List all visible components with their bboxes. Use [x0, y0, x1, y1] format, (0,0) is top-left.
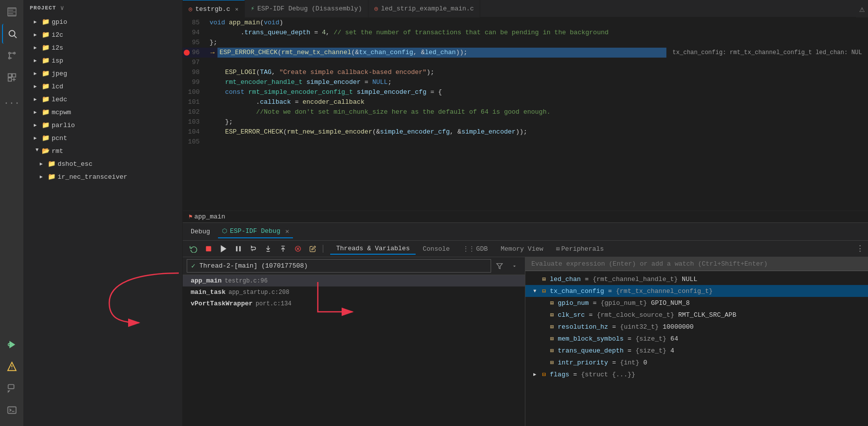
sidebar-item-jpeg[interactable]: ▶ 📁 jpeg	[24, 68, 182, 80]
step-out-button[interactable]	[276, 243, 290, 255]
debug-toolbar: Threads & Variables Console ⋮⋮ GDB Memor…	[183, 241, 868, 257]
activity-chat[interactable]	[2, 378, 22, 398]
pause-debug-button[interactable]	[231, 243, 245, 255]
tab-peripherals[interactable]: ⊞ Peripherals	[550, 243, 610, 255]
sidebar-item-dshot-esc[interactable]: ▶ 📁 dshot_esc	[24, 158, 182, 171]
svg-point-4	[13, 52, 15, 54]
sidebar-item-mcpwm[interactable]: ▶ 📁 mcpwm	[24, 106, 182, 119]
variables-list: ⊞ led_chan = {rmt_channel_handle_t} NULL…	[525, 271, 868, 426]
sidebar-item-rmt[interactable]: ▶ 📂 rmt	[24, 145, 182, 158]
tab-console[interactable]: Console	[417, 243, 456, 255]
variables-panel: ⊞ led_chan = {rmt_channel_handle_t} NULL…	[525, 257, 868, 426]
tab-led-strip[interactable]: ◎ led_strip_example_main.c	[368, 0, 480, 18]
code-line-95: 95 };	[183, 38, 868, 48]
step-over-button[interactable]	[246, 243, 260, 255]
tab-esp-idf-debug[interactable]: ⚡ ESP-IDF Debug (Disassembly)	[245, 0, 368, 18]
step-into-button[interactable]	[261, 243, 275, 255]
tab-gdb[interactable]: ⋮⋮ GDB	[457, 243, 494, 255]
code-lines: 85 void app_main(void) 94 .trans_queue_d…	[183, 18, 868, 211]
var-value-gpio-num: GPIO_NUM_8	[651, 299, 690, 307]
watch-expression-input[interactable]	[525, 257, 868, 271]
var-item-mem-block-symbols[interactable]: ⊞ mem_block_symbols = {size_t} 64	[525, 333, 868, 345]
tab-threads-variables[interactable]: Threads & Variables	[330, 243, 416, 255]
sidebar-item-parlio[interactable]: ▶ 📁 parlio	[24, 119, 182, 132]
code-line-98: 98 ESP_LOGI(TAG, "Create simple callback…	[183, 68, 868, 77]
code-line-101: 101 .callback = encoder_callback	[183, 97, 868, 107]
activity-extensions[interactable]	[2, 68, 22, 87]
var-item-resolution-hz[interactable]: ⊞ resolution_hz = {uint32_t} 10000000	[525, 321, 868, 333]
tab-bar: ◎ testrgb.c ✕ ⚡ ESP-IDF Debug (Disassemb…	[183, 0, 868, 18]
activity-warning[interactable]	[2, 356, 22, 376]
var-icon-intr-priority: ⊞	[550, 359, 554, 366]
thread-check-icon: ✓	[191, 262, 195, 270]
debug-session-tab[interactable]: ⬡ ESP-IDF Debug ✕	[218, 225, 293, 238]
activity-run-debug[interactable]	[2, 335, 22, 355]
svg-line-2	[14, 36, 16, 38]
sidebar-item-i2s[interactable]: ▶ 📁 i2s	[24, 42, 182, 55]
stop-debug-button[interactable]	[202, 243, 216, 255]
tab-testrgb[interactable]: ◎ testrgb.c ✕	[183, 0, 245, 18]
inline-hint: tx_chan_config: rmt_tx_channel_config_t …	[666, 48, 868, 58]
activity-source-control[interactable]	[2, 46, 22, 66]
breadcrumb-function[interactable]: app_main	[194, 213, 225, 220]
var-item-flags[interactable]: ▶ ⊟ flags = {struct {...}}	[525, 368, 868, 380]
var-value-led-chan: NULL	[682, 276, 697, 283]
svg-marker-15	[221, 246, 225, 252]
thread-filter-button[interactable]	[493, 260, 506, 273]
sidebar-item-ir-nec[interactable]: ▶ 📁 ir_nec_transceiver	[24, 171, 182, 184]
svg-rect-16	[236, 246, 237, 252]
activity-explorer[interactable]	[2, 2, 22, 22]
var-item-intr-priority[interactable]: ⊞ intr_priority = {int} 0	[525, 356, 868, 368]
var-icon-tx-chan-config: ⊟	[542, 287, 546, 295]
code-line-99: 99 rmt_encoder_handle_t simple_encoder =…	[183, 77, 868, 87]
code-line-85: 85 void app_main(void)	[183, 18, 868, 28]
var-item-led-chan[interactable]: ⊞ led_chan = {rmt_channel_handle_t} NULL	[525, 273, 868, 285]
sidebar-item-gpio[interactable]: ▶ 📁 gpio	[24, 16, 182, 29]
var-value-mem-block: 64	[670, 335, 678, 343]
var-icon-led-chan: ⊞	[542, 276, 546, 283]
more-actions-button[interactable]: ⋮	[856, 244, 864, 254]
current-line-arrow: →	[208, 48, 217, 58]
sidebar-item-lcd[interactable]: ▶ 📁 lcd	[24, 80, 182, 93]
svg-point-5	[8, 57, 10, 59]
debug-title[interactable]: Debug	[187, 226, 214, 237]
sidebar-item-ledc[interactable]: ▶ 📁 ledc	[24, 93, 182, 106]
sidebar-item-pcnt[interactable]: ▶ 📁 pcnt	[24, 132, 182, 145]
var-icon-trans-queue: ⊞	[550, 347, 554, 355]
var-value-trans-queue: 4	[670, 347, 674, 355]
debug-session-close[interactable]: ✕	[285, 227, 289, 235]
thread-frame-vport[interactable]: vPortTaskWrapper port.c:134	[183, 298, 525, 309]
tab-close-testrgb[interactable]: ✕	[235, 6, 238, 12]
activity-terminal[interactable]	[2, 400, 22, 420]
editor-area: ◎ testrgb.c ✕ ⚡ ESP-IDF Debug (Disassemb…	[183, 0, 868, 426]
thread-selector[interactable]: ✓ Thread-2-[main] (1070177508)	[187, 259, 491, 273]
var-item-trans-queue-depth[interactable]: ⊞ trans_queue_depth = {size_t} 4	[525, 345, 868, 356]
edit-breakpoints-button[interactable]	[306, 243, 320, 255]
var-item-tx-chan-config[interactable]: ▼ ⊟ tx_chan_config = {rmt_tx_channel_con…	[525, 285, 868, 297]
debug-panel: Debug ⬡ ESP-IDF Debug ✕	[183, 222, 868, 426]
svg-rect-8	[8, 78, 11, 81]
var-icon-clk-src: ⊞	[550, 311, 554, 319]
thread-frames-list: app_main testrgb.c:96 main_task app_star…	[183, 275, 525, 426]
var-icon-resolution-hz: ⊞	[550, 323, 554, 331]
sidebar-item-i2c[interactable]: ▶ 📁 i2c	[24, 29, 182, 42]
svg-rect-17	[239, 246, 241, 252]
activity-more[interactable]: ···	[2, 93, 22, 113]
var-item-clk-src[interactable]: ⊞ clk_src = {rmt_clock_source_t} RMT_CLK…	[525, 309, 868, 321]
var-icon-gpio-num: ⊞	[550, 299, 554, 307]
thread-frame-main-task[interactable]: main_task app_startup.c:208	[183, 286, 525, 298]
thread-expand-button[interactable]	[508, 260, 521, 273]
restart-debug-button[interactable]	[187, 243, 201, 255]
tab-memory-view[interactable]: Memory View	[495, 243, 549, 255]
sidebar-item-isp[interactable]: ▶ 📁 isp	[24, 55, 182, 68]
continue-debug-button[interactable]	[217, 243, 230, 255]
thread-frame-app-main[interactable]: app_main testrgb.c:96	[183, 275, 525, 286]
svg-rect-6	[8, 74, 11, 77]
activity-search[interactable]	[2, 24, 22, 44]
svg-point-1	[9, 30, 15, 36]
disconnect-button[interactable]	[291, 243, 305, 255]
code-line-102: 102 //Note we don't set min_chunk_size h…	[183, 107, 868, 117]
var-item-gpio-num[interactable]: ⊞ gpio_num = {gpio_num_t} GPIO_NUM_8	[525, 297, 868, 309]
warning-tab-indicator[interactable]: ⚠	[856, 0, 868, 17]
var-value-clk-src: RMT_CLK_SRC_APB	[678, 311, 736, 319]
